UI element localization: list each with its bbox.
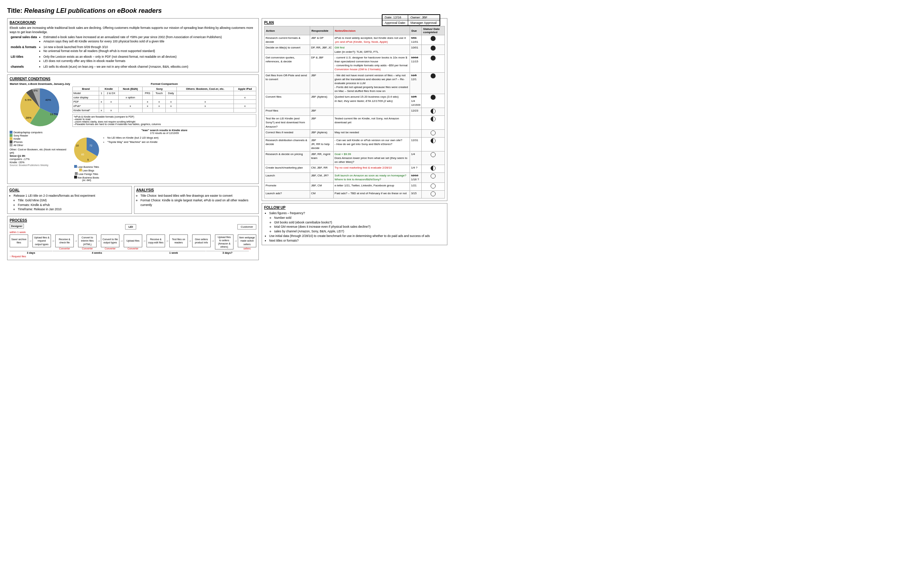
plan-section: PLAN Action Responsible Notes/Decision D… (262, 18, 447, 201)
svg-text:28%: 28% (26, 116, 31, 120)
plan-header-responsible: Responsible (310, 26, 333, 35)
kindle-chart-area: 85 72 10 5 Lean Business Titles Lean Blo… (72, 136, 256, 181)
approval-label: Approval Date: (382, 20, 408, 26)
plan-row-4: Get files from Off-Piste and send to con… (265, 72, 445, 94)
since-q1: Other: Cool-er Bookeen, etc (Nook not re… (10, 148, 70, 166)
svg-text:10: 10 (76, 144, 79, 147)
bg-row-sales: general sales data Estimated e-book sale… (10, 35, 256, 45)
plan-row-13: Promote JBF, CM e-letter 1/21, Twitter, … (265, 183, 445, 190)
plan-row-8: Correct files if needed JBF (Aptera) May… (265, 129, 445, 137)
bg-label-lei: LEI titles (10, 54, 38, 64)
right-column: PLAN Action Responsible Notes/Decision D… (262, 18, 447, 260)
plan-header-due: Due (410, 26, 422, 35)
plan-row-9: Research distribution channels & decide … (265, 137, 445, 151)
step-item-webpage: Item webpage made active sellers sellers (238, 234, 256, 250)
cc-title: CURRENT CONDITIONS (10, 77, 256, 81)
kindle-legend: Lean Business Titles Lean Blogs Lean For… (72, 165, 101, 181)
date-label: Date: 12/16 (382, 15, 408, 20)
plan-row-3: Get conversion quotes, references, & dec… (265, 55, 445, 72)
plan-header-notes: Notes/Decision (333, 26, 410, 35)
pie-section: Market Share, e-Book Downloads, January-… (10, 82, 70, 181)
page-title: Title: Releasing LEI publications on eBo… (7, 7, 447, 15)
step-upload-files: Upload files Converter (124, 234, 142, 250)
kindle-bullets: No LEI titles on Kindle (but 2 LEI blogs… (103, 136, 256, 181)
plan-row-14: Launch ads? CM Paid ads? – TBD at end of… (265, 190, 445, 198)
plan-row-2: Decide on title(s) to convert DP, RR, JB… (265, 45, 445, 55)
bg-row-channels: channels LEI sells its ebook (eLex) on l… (10, 64, 256, 70)
step-convert-interim: Convert to interim files (HTML) Converte… (78, 234, 97, 250)
plan-row-11: Create launch/marketing plan CM, JBF, RR… (265, 165, 445, 173)
pie-chart: 40% 19.5% 28% 6.5% 6% (19, 87, 61, 129)
bg-row-lei: LEI titles Only the Lexicon exists as an… (10, 54, 256, 64)
duration-3days: 3 days (10, 251, 52, 254)
plan-row-10: Research & decide on pricing JBF, RR, mg… (265, 151, 445, 165)
customer-label: Customer (238, 224, 256, 229)
step-receive-check: Receive & check file Converter (55, 234, 74, 250)
step-test-files: Test files on readers (169, 234, 188, 247)
left-column: BACKGROUND Ebook sales are increasing wh… (7, 18, 259, 260)
analysis-section: ANALYSIS Title Choice: test-based titles… (134, 186, 259, 214)
svg-text:6.5%: 6.5% (25, 99, 31, 102)
plan-header-action: Action (265, 26, 310, 35)
background-intro: Ebook sales are increasing while traditi… (10, 26, 256, 35)
bg-label-models: models & formats (10, 45, 38, 55)
goal-analysis-row: GOAL Release 1 LEI title on 2-3 readers/… (7, 186, 259, 214)
duration-1week: 1 week (142, 251, 206, 254)
background-title: BACKGROUND (10, 21, 256, 24)
plan-row-12: Launch JBF, CM, JR? Soft launch on Amazo… (265, 173, 445, 183)
plan-row-1: Research current formats & decide JBF & … (265, 35, 445, 45)
plan-row-7: Test file on LEI Kindle (and Sony?) and … (265, 116, 445, 130)
format-note: *ePub & Kindle are flowable formats (com… (72, 114, 256, 127)
step-upload: Upload files & request output types (32, 234, 51, 247)
background-section: BACKGROUND Ebook sales are increasing wh… (7, 18, 259, 72)
svg-text:85: 85 (81, 153, 84, 156)
svg-text:72: 72 (89, 144, 92, 147)
step-give-sellers: Give sellers product info (192, 234, 211, 247)
pie-legend: Desktop/laptop computers Sony Reader Kin… (10, 131, 70, 147)
kindle-pie-chart: 85 72 10 5 Lean Business Titles Lean Blo… (72, 136, 101, 181)
bg-row-models: models & formats 14 new e-book launched … (10, 45, 256, 55)
step-convert-output: Convert to file output types Converter (101, 234, 120, 250)
lei-label: LEI (125, 224, 136, 229)
svg-text:6%: 6% (34, 89, 38, 92)
within-week: within 1 week (10, 231, 256, 234)
meta-box: Date: 12/16 Owner: JBF Approval Date: Ma… (382, 14, 440, 26)
manager-label: Manager Approval: (408, 20, 440, 26)
svg-text:40%: 40% (45, 99, 51, 102)
plan-header-status: Status/ Date completed (422, 26, 445, 35)
plan-row-5: Convert files JBF (Aptera) Quoted turn-a… (265, 94, 445, 108)
svg-text:19.5%: 19.5% (50, 113, 58, 116)
plan-table: Action Responsible Notes/Decision Due St… (264, 26, 445, 199)
kindle-search-title: "lean" search results in Kindle store (72, 129, 256, 132)
bg-label-channels: channels (10, 64, 38, 70)
format-comparison: Format Comparison Brand Kindle Nook (B&N… (72, 82, 256, 181)
duration-4weeks: 4 weeks (53, 251, 141, 254)
background-table: general sales data Estimated e-book sale… (10, 35, 256, 70)
step-save: Save/ archive files (10, 234, 28, 247)
kindle-search-subtitle: 172 results as of 12/10/09 (72, 132, 256, 134)
process-section: PROCESS Designer LEI Customer within 1 w… (7, 216, 259, 260)
designer-label: Designer (10, 224, 24, 228)
duration-3days2: 3 days? (206, 251, 249, 254)
svg-text:5: 5 (87, 158, 89, 161)
owner-label: Owner: JBF (408, 15, 440, 20)
bg-label-sales: general sales data (10, 35, 38, 45)
step-upload-sellers: Upload files to sellers (Amazon & others… (215, 234, 233, 249)
step-receive-copy: Receive & copy-edit files (147, 234, 165, 247)
pie-title: Market Share, e-Book Downloads, January-… (10, 82, 70, 86)
follow-up-section: FOLLOW UP Sales figures – frequency? Num… (262, 203, 447, 245)
format-table: Brand Kindle Nook (B&N) Sony Others: Boo… (72, 87, 256, 113)
request-files-label: ↑ Request files (10, 255, 256, 258)
goal-section: GOAL Release 1 LEI title on 2-3 readers/… (7, 186, 132, 214)
plan-row-6: Proof files JBF 12/23 (265, 108, 445, 116)
current-conditions-section: CURRENT CONDITIONS Market Share, e-Book … (7, 74, 259, 184)
